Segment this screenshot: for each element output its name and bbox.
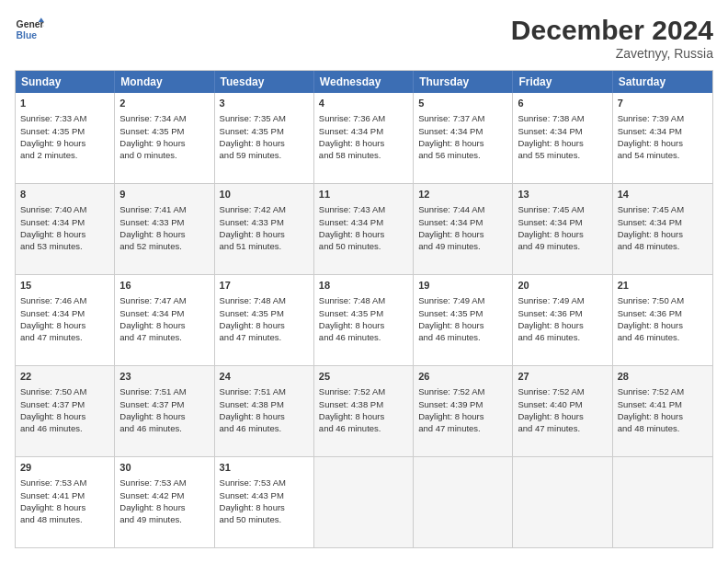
- daylight-minutes: and 58 minutes.: [319, 150, 381, 160]
- day-number: 1: [20, 97, 109, 110]
- daylight-minutes: and 49 minutes.: [119, 514, 182, 524]
- daylight-minutes: and 0 minutes.: [119, 150, 176, 160]
- sunset-text: Sunset: 4:35 PM: [220, 126, 284, 136]
- day-number: 15: [20, 279, 109, 293]
- sunset-text: Sunset: 4:35 PM: [418, 308, 483, 318]
- table-row: 21Sunrise: 7:50 AMSunset: 4:36 PMDayligh…: [613, 275, 712, 365]
- day-number: 2: [119, 97, 209, 110]
- day-number: 24: [220, 370, 309, 384]
- sunset-text: Sunset: 4:34 PM: [119, 308, 184, 318]
- daylight-text: Daylight: 8 hours: [518, 320, 583, 330]
- daylight-text: Daylight: 8 hours: [20, 229, 85, 239]
- day-number: 21: [618, 279, 708, 293]
- table-row: [414, 457, 513, 547]
- sunrise-text: Sunrise: 7:47 AM: [119, 295, 186, 305]
- daylight-minutes: and 47 minutes.: [20, 332, 83, 342]
- sunset-text: Sunset: 4:36 PM: [518, 308, 582, 318]
- day-number: 3: [220, 97, 309, 110]
- sunset-text: Sunset: 4:41 PM: [618, 399, 682, 409]
- daylight-minutes: and 49 minutes.: [518, 241, 580, 251]
- daylight-text: Daylight: 9 hours: [119, 138, 185, 148]
- table-row: 25Sunrise: 7:52 AMSunset: 4:38 PMDayligh…: [314, 366, 414, 456]
- sunrise-text: Sunrise: 7:53 AM: [20, 477, 86, 488]
- sunrise-text: Sunrise: 7:44 AM: [418, 204, 484, 214]
- daylight-minutes: and 47 minutes.: [418, 423, 481, 433]
- daylight-text: Daylight: 8 hours: [119, 411, 185, 421]
- header: General Blue December 2024 Zavetnyy, Rus…: [15, 15, 713, 61]
- daylight-minutes: and 46 minutes.: [20, 423, 83, 433]
- sunset-text: Sunset: 4:38 PM: [220, 399, 284, 409]
- day-number: 18: [319, 279, 408, 293]
- daylight-minutes: and 46 minutes.: [518, 332, 580, 342]
- sunrise-text: Sunrise: 7:50 AM: [618, 295, 684, 305]
- table-row: 14Sunrise: 7:45 AMSunset: 4:34 PMDayligh…: [613, 184, 712, 274]
- table-row: 12Sunrise: 7:44 AMSunset: 4:34 PMDayligh…: [414, 184, 513, 274]
- sunrise-text: Sunrise: 7:39 AM: [618, 113, 684, 123]
- day-number: 9: [119, 188, 209, 201]
- table-row: 5Sunrise: 7:37 AMSunset: 4:34 PMDaylight…: [414, 93, 513, 183]
- daylight-text: Daylight: 8 hours: [220, 138, 285, 148]
- day-number: 27: [518, 370, 607, 384]
- day-number: 10: [220, 188, 309, 201]
- title-area: December 2024 Zavetnyy, Russia: [511, 15, 713, 61]
- daylight-minutes: and 48 minutes.: [618, 423, 680, 433]
- daylight-text: Daylight: 8 hours: [119, 502, 185, 512]
- logo: General Blue: [15, 15, 44, 44]
- sunrise-text: Sunrise: 7:45 AM: [618, 204, 684, 214]
- sunset-text: Sunset: 4:34 PM: [319, 126, 383, 136]
- calendar-body: 1Sunrise: 7:33 AMSunset: 4:35 PMDaylight…: [16, 93, 712, 547]
- daylight-text: Daylight: 8 hours: [20, 502, 85, 512]
- sunrise-text: Sunrise: 7:48 AM: [319, 295, 385, 305]
- daylight-minutes: and 46 minutes.: [119, 423, 182, 433]
- daylight-text: Daylight: 8 hours: [119, 320, 185, 330]
- daylight-text: Daylight: 8 hours: [220, 320, 285, 330]
- sunset-text: Sunset: 4:35 PM: [319, 308, 383, 318]
- table-row: 13Sunrise: 7:45 AMSunset: 4:34 PMDayligh…: [513, 184, 612, 274]
- sunrise-text: Sunrise: 7:46 AM: [20, 295, 86, 305]
- day-number: 28: [618, 370, 708, 384]
- sunrise-text: Sunrise: 7:37 AM: [418, 113, 484, 123]
- daylight-text: Daylight: 8 hours: [319, 229, 384, 239]
- calendar-week-4: 29Sunrise: 7:53 AMSunset: 4:41 PMDayligh…: [16, 456, 712, 547]
- sunrise-text: Sunrise: 7:41 AM: [119, 204, 186, 214]
- calendar-week-1: 8Sunrise: 7:40 AMSunset: 4:34 PMDaylight…: [16, 183, 712, 274]
- daylight-minutes: and 50 minutes.: [220, 514, 282, 524]
- daylight-text: Daylight: 8 hours: [518, 138, 583, 148]
- daylight-minutes: and 46 minutes.: [319, 332, 381, 342]
- header-day-thursday: Thursday: [414, 71, 513, 93]
- sunset-text: Sunset: 4:34 PM: [518, 217, 582, 227]
- day-number: 13: [518, 188, 607, 201]
- day-number: 5: [418, 97, 507, 110]
- sunrise-text: Sunrise: 7:38 AM: [518, 113, 584, 123]
- daylight-minutes: and 47 minutes.: [220, 332, 282, 342]
- table-row: 11Sunrise: 7:43 AMSunset: 4:34 PMDayligh…: [314, 184, 414, 274]
- day-number: 7: [618, 97, 708, 110]
- table-row: 10Sunrise: 7:42 AMSunset: 4:33 PMDayligh…: [215, 184, 314, 274]
- sunset-text: Sunset: 4:39 PM: [418, 399, 483, 409]
- daylight-minutes: and 2 minutes.: [20, 150, 77, 160]
- day-number: 11: [319, 188, 408, 201]
- sunset-text: Sunset: 4:40 PM: [518, 399, 582, 409]
- day-number: 14: [618, 188, 708, 201]
- sunset-text: Sunset: 4:35 PM: [220, 308, 284, 318]
- sunset-text: Sunset: 4:37 PM: [20, 399, 85, 409]
- daylight-minutes: and 51 minutes.: [220, 241, 282, 251]
- table-row: 8Sunrise: 7:40 AMSunset: 4:34 PMDaylight…: [16, 184, 115, 274]
- daylight-minutes: and 46 minutes.: [220, 423, 282, 433]
- sunrise-text: Sunrise: 7:48 AM: [220, 295, 286, 305]
- daylight-minutes: and 47 minutes.: [518, 423, 580, 433]
- table-row: 24Sunrise: 7:51 AMSunset: 4:38 PMDayligh…: [215, 366, 314, 456]
- table-row: 7Sunrise: 7:39 AMSunset: 4:34 PMDaylight…: [613, 93, 712, 183]
- daylight-text: Daylight: 8 hours: [618, 138, 683, 148]
- daylight-text: Daylight: 8 hours: [618, 229, 683, 239]
- daylight-minutes: and 55 minutes.: [518, 150, 580, 160]
- sunrise-text: Sunrise: 7:42 AM: [220, 204, 286, 214]
- daylight-minutes: and 59 minutes.: [220, 150, 282, 160]
- header-day-friday: Friday: [513, 71, 612, 93]
- sunset-text: Sunset: 4:41 PM: [20, 490, 85, 500]
- daylight-minutes: and 46 minutes.: [618, 332, 680, 342]
- sunrise-text: Sunrise: 7:52 AM: [319, 386, 385, 396]
- day-number: 30: [119, 461, 209, 475]
- daylight-text: Daylight: 8 hours: [418, 138, 483, 148]
- sunrise-text: Sunrise: 7:36 AM: [319, 113, 385, 123]
